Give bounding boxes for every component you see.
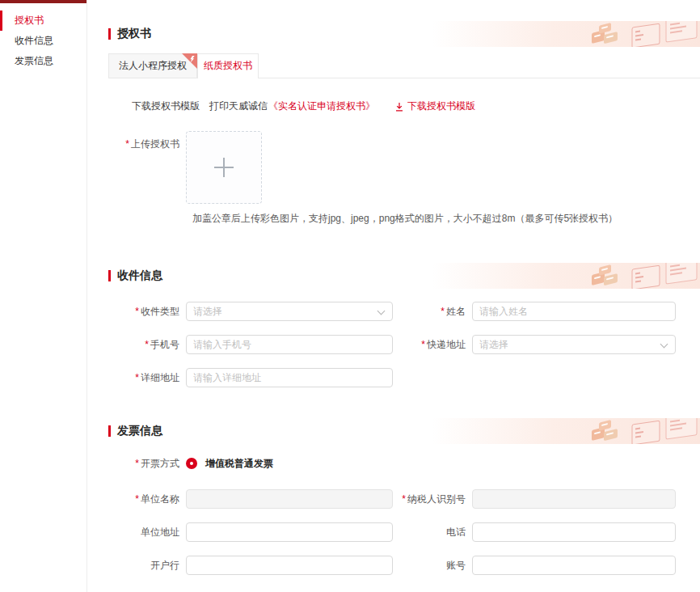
field-label-upload-authorization: *上传授权书 xyxy=(108,131,186,204)
download-template-row: 下载授权书模版 打印天威诚信 《实名认证申请授权书》 下载授权书模版 xyxy=(132,99,700,113)
download-icon[interactable] xyxy=(394,102,404,112)
invoice-method-row: *开票方式 增值税普通发票 xyxy=(108,455,700,471)
required-mark: * xyxy=(402,493,406,505)
bank-input[interactable] xyxy=(186,556,393,575)
recommended-corner-badge-icon xyxy=(182,53,197,69)
decor-illustration xyxy=(432,263,700,289)
chevron-down-icon xyxy=(660,340,668,349)
telephone-input[interactable] xyxy=(472,522,676,542)
select-placeholder: 请选择 xyxy=(193,305,222,319)
recipient-form: *收件类型 请选择 *姓名 *手机号 xyxy=(108,302,700,387)
tab-paper-authorization[interactable]: 纸质授权书 xyxy=(197,53,259,78)
required-mark: * xyxy=(135,372,139,383)
field-label-recipient-type: *收件类型 xyxy=(108,305,186,319)
sidebar: 授权书 收件信息 发票信息 xyxy=(0,0,87,592)
section-title-accent-bar xyxy=(108,270,111,281)
download-sentence: 打印天威诚信 xyxy=(209,99,268,113)
account-input[interactable] xyxy=(472,556,676,575)
upload-area-wrap xyxy=(186,131,262,204)
required-mark: * xyxy=(135,458,139,469)
field-label-courier-address: *快递地址 xyxy=(394,338,472,352)
sidebar-nav: 授权书 收件信息 发票信息 xyxy=(0,3,86,71)
detail-address-input[interactable] xyxy=(186,368,393,387)
upload-authorization-row: *上传授权书 xyxy=(108,131,700,204)
company-address-input[interactable] xyxy=(186,522,393,542)
download-template-link[interactable]: 下载授权书模版 xyxy=(407,99,475,113)
field-label-company-address: 单位地址 xyxy=(108,526,186,539)
taxpayer-id-input xyxy=(472,489,676,509)
upload-hint-text: 加盖公章后上传彩色图片，支持jpg、jpeg，png格式的图片，大小不超过8m（… xyxy=(192,212,700,226)
required-mark: * xyxy=(135,493,139,505)
decor-illustration xyxy=(432,418,700,444)
field-label-company-name: *单位名称 xyxy=(108,493,186,506)
select-placeholder: 请选择 xyxy=(479,338,508,352)
field-label-bank: 开户行 xyxy=(108,559,186,573)
download-template-label: 下载授权书模版 xyxy=(132,99,200,113)
upload-dropzone[interactable] xyxy=(186,131,262,204)
section-header-invoice: 发票信息 xyxy=(108,418,700,444)
tab-legal-person-miniprogram[interactable]: 法人小程序授权 xyxy=(108,53,197,78)
recipient-type-select[interactable]: 请选择 xyxy=(186,302,393,321)
tab-label: 纸质授权书 xyxy=(204,60,252,71)
courier-address-select[interactable]: 请选择 xyxy=(472,335,676,354)
sidebar-item-recipient-info[interactable]: 收件信息 xyxy=(0,31,86,51)
section-title-accent-bar xyxy=(108,28,111,40)
section-header-authorization: 授权书 xyxy=(108,21,700,47)
radio-vat-ordinary-invoice[interactable] xyxy=(186,458,197,469)
section-title-recipient: 收件信息 xyxy=(117,269,162,283)
required-mark: * xyxy=(135,306,139,317)
sidebar-item-invoice-info[interactable]: 发票信息 xyxy=(0,51,86,71)
section-title-accent-bar xyxy=(108,425,111,437)
required-mark: * xyxy=(125,138,129,150)
required-mark: * xyxy=(145,339,149,350)
field-label-name: *姓名 xyxy=(394,305,472,319)
document-name-link[interactable]: 《实名认证申请授权书》 xyxy=(268,99,375,113)
chevron-down-icon xyxy=(377,307,386,315)
field-label-taxpayer-id: *纳税人识别号 xyxy=(394,493,472,506)
required-mark: * xyxy=(441,306,445,317)
company-name-input xyxy=(186,489,393,509)
decor-banner xyxy=(432,263,700,289)
section-header-recipient: 收件信息 xyxy=(108,263,700,289)
field-label-invoice-method: *开票方式 xyxy=(108,457,186,471)
invoice-form: *单位名称 *纳税人识别号 单位地址 电话 xyxy=(108,489,700,575)
phone-input[interactable] xyxy=(186,335,393,354)
field-label-telephone: 电话 xyxy=(394,526,472,539)
field-label-phone: *手机号 xyxy=(108,338,186,352)
name-input[interactable] xyxy=(472,302,676,321)
sidebar-item-authorization[interactable]: 授权书 xyxy=(0,11,86,31)
radio-option-label: 增值税普通发票 xyxy=(205,457,273,471)
section-title-invoice: 发票信息 xyxy=(117,424,162,438)
field-label-detail-address: *详细地址 xyxy=(108,371,186,385)
decor-banner xyxy=(432,418,700,444)
auth-tab-bar: 法人小程序授权 纸质授权书 xyxy=(108,53,700,78)
decor-illustration xyxy=(432,21,700,47)
decor-banner xyxy=(432,21,700,47)
plus-icon xyxy=(223,158,225,177)
main-content: 授权书 xyxy=(87,0,700,592)
field-label-account: 账号 xyxy=(394,559,472,573)
section-title-authorization: 授权书 xyxy=(117,27,151,41)
required-mark: * xyxy=(421,339,425,350)
tab-label: 法人小程序授权 xyxy=(119,60,187,71)
